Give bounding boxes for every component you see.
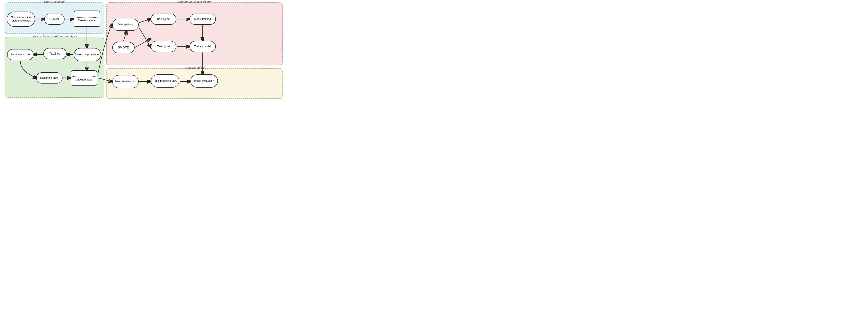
section-lexicon: Lexicon based sentiment analysis xyxy=(5,37,104,98)
node-data-splitting: Data splitting xyxy=(112,19,139,31)
node-smote: SMOTE xyxy=(112,42,135,53)
node-labelled-data: Labelled data xyxy=(71,70,97,85)
diagram: Data Collection Lexicon based sentiment … xyxy=(5,2,285,102)
node-feature-extraction: Feature extraction xyxy=(112,75,139,88)
node-trained-model: Trained model xyxy=(189,41,216,52)
section-topic-label: Topic Modeling xyxy=(184,66,205,69)
section-sentiment: Sentiment Classification xyxy=(106,2,283,65)
node-textblob: TextBlob xyxy=(43,48,67,59)
section-sentiment-label: Sentiment Classification xyxy=(178,0,211,3)
node-crawler: Crawler xyxy=(44,13,65,25)
node-training-set: Training set xyxy=(151,13,176,25)
node-testing-set: Testing set xyxy=(151,41,176,52)
section-data-collection-label: Data Collection xyxy=(44,0,65,3)
section-lexicon-label: Lexicon based sentiment analysis xyxy=(31,34,77,38)
node-model-training: Model training xyxy=(189,13,216,25)
node-online-keywords: Online education related keywords xyxy=(7,11,35,27)
node-topic-modeling-lsa: Topic modeling LSA xyxy=(151,74,179,88)
node-sentiment-score: Sentiment score xyxy=(7,49,33,60)
node-tweets-preprocessing: Tweets preprocessing xyxy=(74,48,101,61)
node-sentiment-label: Sentiment label xyxy=(36,72,63,83)
node-model-evaluation: Model evaluation xyxy=(190,74,218,88)
node-tweets-dataset: Tweets dataset xyxy=(74,10,100,27)
